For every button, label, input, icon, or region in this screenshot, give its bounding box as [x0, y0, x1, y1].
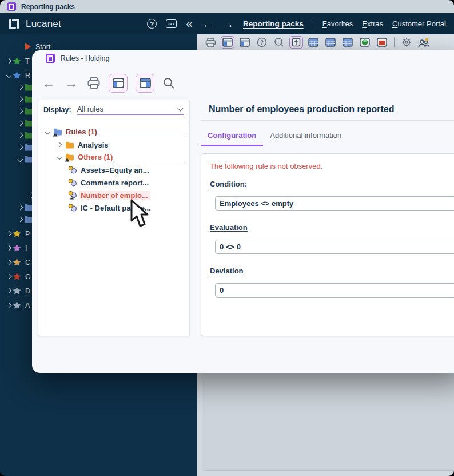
toolbar-printer-button[interactable]	[204, 36, 217, 49]
display-filter-dropdown[interactable]: All rules	[77, 105, 184, 115]
chevron-right-icon[interactable]	[16, 205, 24, 209]
rules-dialog-title: Rules - Holding	[61, 54, 109, 62]
rule-icon	[68, 178, 77, 187]
menu-customer-portal[interactable]: Customer Portal	[392, 19, 446, 28]
rules-dialog-toolbar: ←→	[32, 66, 454, 100]
rules-tree: Rules (1)AnalysisOthers (1)Assets=Equity…	[38, 120, 189, 214]
tab-additional-information[interactable]: Additional information	[263, 128, 348, 146]
menu-extras[interactable]: Extras	[362, 19, 383, 28]
field-input-condition[interactable]	[215, 196, 454, 211]
tree-row[interactable]: IC - Default partne...	[38, 201, 189, 214]
collapse-sidebar-icon[interactable]: «	[186, 17, 193, 29]
rules-dialog: Rules - Holding ←→ Display: All rules Ru…	[32, 50, 454, 373]
search-icon	[274, 37, 284, 47]
tree-row[interactable]: Comments report...	[38, 176, 189, 189]
toolbar-search-circle-button[interactable]	[272, 36, 286, 49]
brand-name: Lucanet	[26, 18, 61, 30]
feedback-icon[interactable]: ...	[166, 19, 177, 28]
chevron-right-icon[interactable]	[16, 145, 24, 149]
chevron-down-icon[interactable]	[55, 156, 64, 159]
sidebar-item-label: R	[25, 72, 30, 80]
toolbar-layout-button[interactable]	[238, 36, 252, 49]
tree-row[interactable]: Assets=Equity an...	[38, 164, 189, 176]
star-icon	[13, 244, 21, 252]
search-icon	[162, 77, 175, 89]
app-header: Lucanet ? ... « ← → Reporting packs Favo…	[0, 13, 454, 34]
rule-detail-panel: Number of employees production reported …	[201, 100, 454, 146]
svg-text:?: ?	[260, 39, 264, 46]
field-input-evaluation[interactable]	[215, 240, 454, 254]
sidebar-item-label: A	[25, 302, 30, 310]
layout-right-panel-icon	[140, 78, 151, 88]
window-titlebar: Reporting packs	[0, 0, 454, 13]
sidebar-item-label: C	[25, 259, 30, 267]
star-icon	[13, 57, 21, 65]
detail-tabs: ConfigurationAdditional information	[201, 128, 454, 146]
help-icon[interactable]: ?	[147, 19, 157, 29]
back-arrow-icon[interactable]: ←	[202, 18, 213, 30]
rule-icon	[68, 166, 77, 174]
print-button[interactable]	[87, 77, 101, 89]
lucanet-logo-icon	[46, 54, 55, 63]
field-label-condition: Condition:	[210, 180, 454, 188]
toolbar-users-button[interactable]	[417, 36, 431, 49]
forward-arrow-icon[interactable]: →	[64, 76, 79, 90]
tree-row-label: Assets=Equity an...	[81, 166, 149, 174]
field-input-deviation[interactable]	[215, 283, 454, 298]
chevron-right-icon[interactable]	[16, 217, 24, 221]
display-filter-row: Display: All rules	[38, 100, 189, 120]
chevron-right-icon[interactable]	[16, 97, 24, 101]
header-divider	[313, 19, 313, 29]
tree-row[interactable]: Analysis	[38, 138, 189, 151]
toolbar-stop-button[interactable]	[375, 36, 389, 49]
toolbar-help-circle-button[interactable]: ?	[255, 36, 269, 49]
users-icon	[418, 38, 429, 47]
play-icon	[24, 43, 31, 50]
tree-row[interactable]: Number of emplo...	[38, 189, 189, 201]
field-label-evaluation: Evaluation	[210, 223, 454, 232]
layout-icon	[222, 38, 233, 47]
forward-arrow-icon[interactable]: →	[222, 18, 234, 30]
printer-icon	[87, 77, 101, 89]
toggle-tree-panel-button[interactable]	[109, 74, 128, 93]
chevron-right-icon[interactable]	[5, 275, 13, 279]
tab-configuration[interactable]: Configuration	[201, 128, 263, 146]
tree-row-label: Others (1)	[78, 153, 113, 162]
chevron-right-icon[interactable]	[5, 303, 13, 307]
chevron-right-icon[interactable]	[16, 133, 24, 137]
toolbar-grid-button[interactable]	[306, 36, 320, 49]
chevron-down-icon[interactable]	[43, 130, 52, 134]
chevron-right-icon[interactable]	[16, 121, 24, 125]
tree-row[interactable]: Others (1)	[38, 151, 189, 164]
back-arrow-icon[interactable]: ←	[41, 76, 56, 90]
chevron-down-icon[interactable]	[16, 157, 24, 161]
toolbar-grid-button[interactable]	[324, 36, 337, 49]
menu-favorites[interactable]: Favorites	[322, 19, 353, 28]
sidebar-item-label: P	[25, 230, 30, 238]
toolbar-gear-button[interactable]	[400, 36, 413, 49]
chevron-right-icon[interactable]	[16, 85, 24, 89]
display-label: Display:	[43, 106, 71, 114]
breadcrumb-current[interactable]: Reporting packs	[243, 19, 304, 28]
tree-row-label: Comments report...	[81, 178, 149, 187]
toolbar-grid-button[interactable]	[341, 36, 355, 49]
chevron-down-icon[interactable]	[5, 73, 13, 77]
toolbar-layout-button[interactable]	[221, 36, 234, 49]
chevron-right-icon[interactable]	[5, 289, 13, 293]
tree-row[interactable]: Rules (1)	[38, 126, 189, 138]
chevron-right-icon[interactable]	[5, 232, 13, 236]
chevron-right-icon[interactable]	[16, 109, 24, 113]
chevron-right-icon[interactable]	[55, 143, 64, 146]
search-button[interactable]	[162, 77, 175, 89]
toggle-detail-panel-button[interactable]	[136, 74, 154, 93]
toolbar-divider	[394, 37, 395, 47]
chevron-right-icon[interactable]	[5, 246, 13, 250]
toolbar-cube-button[interactable]	[358, 36, 372, 49]
chevron-right-icon[interactable]	[5, 59, 13, 63]
sidebar-item-label: D	[25, 287, 30, 295]
chevron-right-icon[interactable]	[5, 260, 13, 264]
printer-icon	[205, 38, 216, 47]
rule-warning-text: The following rule is not observed:	[210, 162, 454, 170]
toolbar-upload-button[interactable]	[289, 36, 303, 49]
sidebar-item-label: T	[25, 57, 30, 65]
